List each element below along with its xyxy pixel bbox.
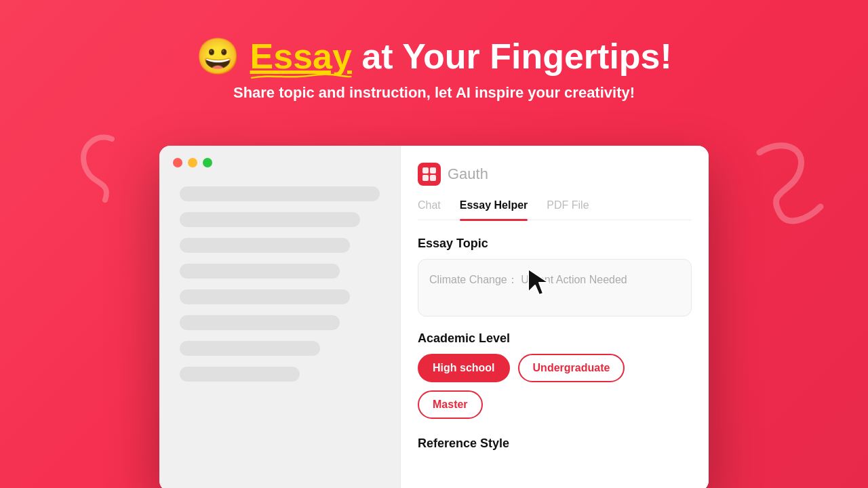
sidebar xyxy=(159,146,400,488)
essay-topic-label: Essay Topic xyxy=(418,237,692,251)
sidebar-skeleton-2 xyxy=(180,212,360,227)
traffic-light-red[interactable] xyxy=(173,158,182,167)
reference-style-section: Reference Style xyxy=(418,436,692,459)
gauth-logo xyxy=(418,163,441,186)
deco-curl-left xyxy=(64,125,125,207)
tab-pdf-file[interactable]: PDF File xyxy=(547,199,589,220)
essay-word: Essay xyxy=(250,37,352,76)
sidebar-skeleton-3 xyxy=(180,238,350,253)
svg-rect-3 xyxy=(430,175,436,181)
svg-rect-1 xyxy=(430,167,436,174)
academic-level-label: Academic Level xyxy=(418,331,692,346)
level-btn-undergraduate[interactable]: Undergraduate xyxy=(518,354,625,382)
essay-topic-input[interactable]: Climate Change： Urgent Action Needed xyxy=(418,259,692,317)
window-titlebar xyxy=(173,158,212,167)
tab-essay-helper[interactable]: Essay Helper xyxy=(460,199,528,220)
reference-style-label: Reference Style xyxy=(418,436,692,451)
sidebar-skeleton-6 xyxy=(180,315,340,330)
sidebar-skeleton-1 xyxy=(180,186,380,201)
sidebar-skeleton-8 xyxy=(180,367,300,382)
sidebar-skeleton-4 xyxy=(180,264,340,279)
sidebar-skeleton-7 xyxy=(180,341,320,356)
level-btn-high-school[interactable]: High school xyxy=(418,354,510,382)
sidebar-skeleton-5 xyxy=(180,289,350,304)
gauth-header: Gauth xyxy=(418,163,692,186)
svg-rect-2 xyxy=(422,175,429,181)
main-content: Gauth Chat Essay Helper PDF File Essay T… xyxy=(400,146,709,488)
emoji: 😀 xyxy=(196,37,240,76)
academic-level-section: Academic Level High school Undergraduate… xyxy=(418,331,692,419)
background: 😀 Essay at Your Fingertips! Share topic … xyxy=(0,0,868,488)
subtitle: Share topic and instruction, let AI insp… xyxy=(0,84,868,102)
level-buttons: High school Undergraduate Master xyxy=(418,354,692,419)
traffic-light-yellow[interactable] xyxy=(188,158,197,167)
app-window: Gauth Chat Essay Helper PDF File Essay T… xyxy=(159,146,709,488)
tab-chat[interactable]: Chat xyxy=(418,199,441,220)
tabs-bar: Chat Essay Helper PDF File xyxy=(418,199,692,220)
level-btn-master[interactable]: Master xyxy=(418,390,483,419)
main-title: 😀 Essay at Your Fingertips! xyxy=(0,37,868,76)
deco-curl-right xyxy=(746,132,834,227)
app-name-label: Gauth xyxy=(448,165,488,183)
svg-rect-0 xyxy=(422,167,429,174)
header: 😀 Essay at Your Fingertips! Share topic … xyxy=(0,0,868,102)
traffic-light-green[interactable] xyxy=(203,158,212,167)
